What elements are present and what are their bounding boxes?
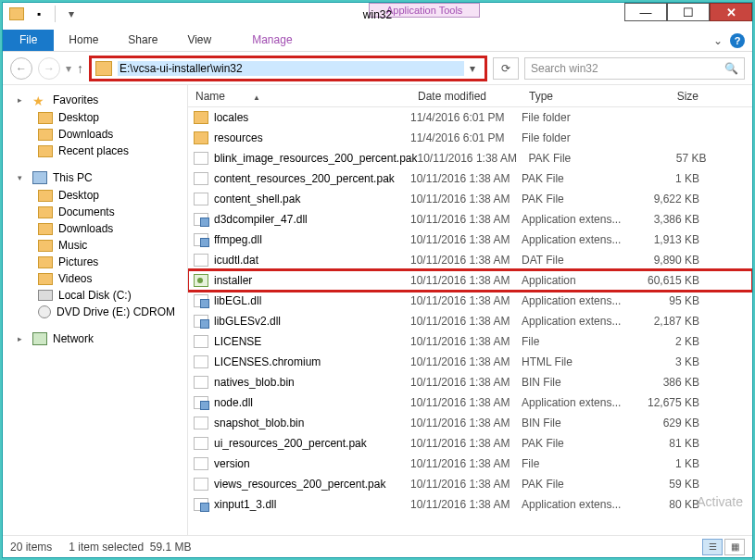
maximize-button[interactable]: ☐ [667,3,710,21]
address-dropdown-icon[interactable]: ▾ [464,62,481,75]
file-row[interactable]: libEGL.dll10/11/2016 1:38 AMApplication … [188,291,752,311]
file-row[interactable]: views_resources_200_percent.pak10/11/201… [188,474,752,494]
properties-icon[interactable]: ▪ [29,4,49,24]
drive-icon [38,290,53,301]
help-icon[interactable]: ? [730,33,745,48]
tab-home[interactable]: Home [54,30,113,51]
col-date[interactable]: Date modified [410,90,522,103]
contextual-tab-label: Application Tools [369,3,480,18]
file-name: installer [214,274,252,287]
folder-icon [38,223,53,235]
file-date: 10/11/2016 1:38 AM [410,254,522,267]
this-pc-group[interactable]: This PC [3,168,187,187]
file-name: ffmpeg.dll [214,233,262,246]
file-type: Application extens... [522,233,633,246]
file-row[interactable]: LICENSES.chromium10/11/2016 1:38 AMHTML … [188,352,752,372]
favorites-group[interactable]: ★ Favorites [3,91,187,109]
nav-pc-documents[interactable]: Documents [3,204,187,220]
file-row[interactable]: locales11/4/2016 6:01 PMFile folder [188,107,752,128]
tab-share[interactable]: Share [113,30,172,51]
nav-pc-pictures[interactable]: Pictures [3,254,187,270]
file-list-pane: Name▲ Date modified Type Size locales11/… [188,85,752,535]
file-row[interactable]: snapshot_blob.bin10/11/2016 1:38 AMBIN F… [188,413,752,433]
file-date: 10/11/2016 1:38 AM [410,172,522,185]
file-size: 3,386 KB [633,213,707,226]
file-name: libEGL.dll [214,294,261,307]
contextual-tab-header: Application Tools [369,3,480,18]
file-date: 10/11/2016 1:38 AM [410,437,522,450]
title-bar: ▪ ▾ Application Tools win32 — ☐ ✕ [3,3,752,30]
qat-customize-icon[interactable]: ▾ [61,4,82,24]
app-icon[interactable] [6,4,27,24]
nav-pc-cdrive[interactable]: Local Disk (C:) [3,287,187,304]
file-row[interactable]: ui_resources_200_percent.pak10/11/2016 1… [188,433,752,454]
folder-icon [38,129,53,141]
nav-pc-desktop[interactable]: Desktop [3,187,187,204]
nav-fav-desktop[interactable]: Desktop [3,109,187,126]
col-name[interactable]: Name▲ [188,90,410,103]
nav-pc-videos[interactable]: Videos [3,270,187,287]
file-row[interactable]: content_resources_200_percent.pak10/11/2… [188,168,752,189]
network-group[interactable]: Network [3,330,187,348]
file-row[interactable]: xinput1_3.dll10/11/2016 1:38 AMApplicati… [188,494,752,515]
folder-icon [38,273,53,285]
file-row[interactable]: icudtl.dat10/11/2016 1:38 AMDAT File9,89… [188,250,752,270]
nav-fav-downloads[interactable]: Downloads [3,126,187,143]
file-row[interactable]: resources11/4/2016 6:01 PMFile folder [188,128,752,148]
minimize-button[interactable]: — [624,3,667,21]
nav-pc-downloads[interactable]: Downloads [3,220,187,237]
col-type[interactable]: Type [522,90,633,103]
file-row[interactable]: libGLESv2.dll10/11/2016 1:38 AMApplicati… [188,311,752,331]
file-row[interactable]: version10/11/2016 1:38 AMFile1 KB [188,454,752,474]
recent-locations-icon[interactable]: ▾ [66,62,71,75]
file-name: d3dcompiler_47.dll [214,213,308,226]
forward-button[interactable]: → [38,57,60,80]
file-type: PAK File [522,172,633,185]
file-type: DAT File [522,254,633,267]
tab-manage[interactable]: Manage [237,30,307,51]
file-type: Application extens... [522,498,633,511]
view-switcher: ☰ ▦ [702,539,745,555]
details-view-button[interactable]: ☰ [702,539,723,555]
folder-icon [38,190,53,202]
tab-view[interactable]: View [172,30,226,51]
file-row[interactable]: node.dll10/11/2016 1:38 AMApplication ex… [188,392,752,413]
file-date: 11/4/2016 6:01 PM [410,131,522,144]
file-row[interactable]: LICENSE10/11/2016 1:38 AMFile2 KB [188,331,752,352]
file-date: 10/11/2016 1:38 AM [410,355,522,368]
file-date: 10/11/2016 1:38 AM [410,294,522,307]
nav-fav-recent[interactable]: Recent places [3,143,187,159]
nav-pc-dvd[interactable]: DVD Drive (E:) CDROM [3,304,187,320]
file-tab[interactable]: File [3,30,54,51]
expand-icon[interactable] [18,173,27,182]
ribbon-expand-icon[interactable]: ⌄ [713,34,723,47]
expand-icon[interactable] [18,95,27,105]
expand-icon[interactable] [18,334,27,343]
file-size: 80 KB [633,498,707,511]
file-row[interactable]: d3dcompiler_47.dll10/11/2016 1:38 AMAppl… [188,209,752,230]
file-type: PAK File [522,193,633,205]
file-type: BIN File [522,376,633,389]
pc-icon [32,171,47,184]
file-row[interactable]: installer10/11/2016 1:38 AMApplication60… [188,270,752,291]
file-row[interactable]: ffmpeg.dll10/11/2016 1:38 AMApplication … [188,230,752,250]
address-input[interactable] [118,61,464,76]
file-type: Application extens... [522,315,633,328]
file-name: icudtl.dat [214,254,258,267]
col-size[interactable]: Size [633,90,707,103]
nav-pc-music[interactable]: Music [3,237,187,254]
file-row[interactable]: content_shell.pak10/11/2016 1:38 AMPAK F… [188,189,752,209]
address-bar[interactable]: ▾ [89,56,487,81]
back-button[interactable]: ← [10,57,32,80]
up-button[interactable]: ↑ [77,61,83,76]
app-icon [194,274,208,287]
icons-view-button[interactable]: ▦ [724,539,745,555]
file-date: 10/11/2016 1:38 AM [410,193,522,205]
close-button[interactable]: ✕ [710,3,752,21]
file-size: 3 KB [633,355,707,368]
file-row[interactable]: blink_image_resources_200_percent.pak10/… [188,148,752,168]
search-box[interactable]: Search win32 🔍 [524,57,745,80]
refresh-button[interactable]: ⟳ [493,57,519,80]
file-date: 10/11/2016 1:38 AM [410,315,522,328]
file-row[interactable]: natives_blob.bin10/11/2016 1:38 AMBIN Fi… [188,372,752,392]
